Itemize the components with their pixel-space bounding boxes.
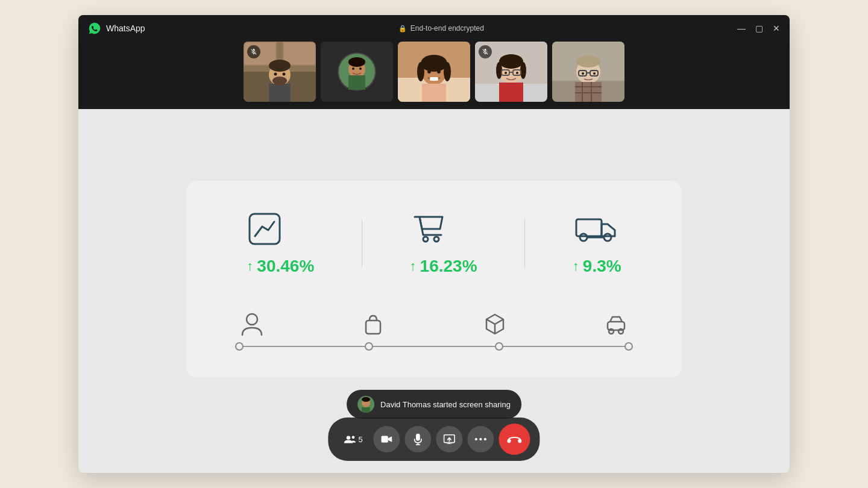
mute-badge-1 bbox=[247, 45, 260, 58]
svg-point-76 bbox=[352, 436, 355, 439]
close-button[interactable]: ✕ bbox=[773, 24, 780, 33]
timeline-dots bbox=[235, 342, 633, 351]
maximize-button[interactable]: ▢ bbox=[755, 24, 763, 33]
svg-point-75 bbox=[347, 436, 350, 439]
timeline-icons bbox=[235, 312, 633, 336]
svg-point-58 bbox=[434, 237, 439, 242]
svg-rect-89 bbox=[518, 439, 522, 443]
svg-point-86 bbox=[480, 438, 482, 440]
svg-point-50 bbox=[576, 55, 600, 67]
svg-rect-64 bbox=[366, 321, 380, 334]
end-call-button[interactable] bbox=[499, 424, 530, 455]
svg-rect-77 bbox=[382, 436, 388, 442]
svg-rect-33 bbox=[499, 83, 523, 102]
screen-share-button[interactable] bbox=[436, 426, 463, 452]
svg-rect-29 bbox=[430, 77, 438, 81]
arrow-up-revenue: ↑ bbox=[247, 258, 253, 274]
svg-point-70 bbox=[618, 329, 623, 334]
app-window: WhatsApp 🔒 End-to-end endcrypted — ▢ ✕ bbox=[78, 15, 790, 473]
timeline-line-container bbox=[235, 346, 633, 347]
participant-thumb-1[interactable] bbox=[244, 42, 316, 102]
minimize-button[interactable]: — bbox=[737, 24, 746, 33]
cart-icon bbox=[410, 211, 449, 247]
svg-point-60 bbox=[580, 234, 587, 241]
participant-thumb-4[interactable] bbox=[475, 42, 547, 102]
arrow-up-orders: ↑ bbox=[410, 258, 417, 274]
participants-button[interactable]: 5 bbox=[338, 426, 368, 452]
participant-thumb-5[interactable] bbox=[552, 42, 624, 102]
svg-point-19 bbox=[359, 67, 362, 70]
toast-message: David Thomas started screen sharing bbox=[380, 400, 511, 409]
timeline-icon-car bbox=[605, 312, 627, 336]
svg-rect-73 bbox=[362, 407, 370, 413]
svg-point-11 bbox=[283, 73, 286, 76]
truck-icon bbox=[573, 211, 621, 247]
svg-point-69 bbox=[609, 329, 614, 334]
svg-line-65 bbox=[486, 319, 495, 324]
svg-rect-7 bbox=[269, 84, 291, 102]
svg-point-54 bbox=[582, 72, 584, 75]
title-bar-left: WhatsApp bbox=[88, 22, 145, 35]
whatsapp-logo-icon bbox=[88, 22, 101, 35]
svg-point-25 bbox=[417, 62, 424, 81]
participants-count: 5 bbox=[358, 435, 362, 444]
svg-point-10 bbox=[274, 73, 277, 76]
stat-value-orders: ↑ 16.23% bbox=[410, 257, 477, 276]
svg-point-27 bbox=[427, 70, 431, 74]
call-controls: 5 bbox=[328, 418, 539, 461]
video-button[interactable] bbox=[374, 426, 400, 452]
main-content: ↑ 30.46% ↑ 16.23% bbox=[78, 109, 790, 473]
more-options-button[interactable] bbox=[468, 426, 494, 452]
svg-rect-78 bbox=[416, 434, 420, 441]
svg-point-34 bbox=[499, 54, 523, 69]
svg-point-63 bbox=[247, 314, 257, 325]
encryption-label: End-to-end endcrypted bbox=[410, 24, 484, 33]
participants-strip bbox=[78, 42, 790, 109]
svg-rect-16 bbox=[348, 75, 365, 90]
stat-value-revenue: ↑ 30.46% bbox=[247, 257, 314, 276]
svg-point-87 bbox=[484, 438, 486, 440]
window-controls: — ▢ ✕ bbox=[737, 24, 780, 33]
svg-point-57 bbox=[423, 237, 428, 242]
svg-point-55 bbox=[593, 72, 596, 75]
arrow-up-delivery: ↑ bbox=[573, 258, 579, 274]
svg-point-61 bbox=[604, 234, 611, 241]
svg-rect-23 bbox=[422, 84, 446, 102]
app-title: WhatsApp bbox=[106, 23, 145, 33]
svg-point-17 bbox=[348, 57, 365, 67]
svg-point-28 bbox=[437, 70, 441, 74]
participant-thumb-3[interactable] bbox=[398, 42, 470, 102]
screen-share-content: ↑ 30.46% ↑ 16.23% bbox=[187, 181, 681, 377]
svg-point-40 bbox=[505, 72, 507, 74]
timeline-icon-person bbox=[241, 312, 263, 336]
microphone-button[interactable] bbox=[405, 426, 432, 452]
stat-divider-2 bbox=[524, 219, 525, 267]
svg-line-66 bbox=[495, 319, 503, 324]
timeline-icon-package bbox=[484, 312, 506, 336]
timeline-dot-1 bbox=[235, 342, 244, 351]
svg-rect-88 bbox=[508, 439, 512, 443]
svg-point-41 bbox=[516, 72, 518, 74]
title-bar: WhatsApp 🔒 End-to-end endcrypted — ▢ ✕ bbox=[78, 15, 790, 42]
svg-rect-45 bbox=[575, 82, 602, 102]
stat-item-revenue: ↑ 30.46% bbox=[247, 211, 314, 276]
notification-toast: David Thomas started screen sharing bbox=[347, 390, 521, 419]
toast-avatar bbox=[357, 396, 374, 413]
svg-point-9 bbox=[272, 77, 287, 85]
timeline-dot-2 bbox=[365, 342, 373, 351]
svg-point-8 bbox=[269, 60, 291, 72]
svg-point-74 bbox=[362, 397, 370, 402]
svg-point-18 bbox=[352, 67, 354, 70]
stat-item-delivery: ↑ 9.3% bbox=[573, 211, 621, 276]
participant-thumb-2[interactable] bbox=[321, 42, 393, 102]
timeline-dot-4 bbox=[624, 342, 633, 351]
stat-divider-1 bbox=[362, 219, 362, 267]
svg-rect-59 bbox=[576, 219, 602, 236]
encryption-label-area: 🔒 End-to-end endcrypted bbox=[145, 24, 737, 33]
lock-icon: 🔒 bbox=[398, 25, 407, 33]
timeline-icon-bag bbox=[362, 312, 384, 336]
timeline-dot-3 bbox=[495, 342, 503, 351]
stat-item-orders: ↑ 16.23% bbox=[410, 211, 477, 276]
stats-row: ↑ 30.46% ↑ 16.23% bbox=[223, 211, 645, 276]
svg-point-85 bbox=[475, 438, 477, 440]
